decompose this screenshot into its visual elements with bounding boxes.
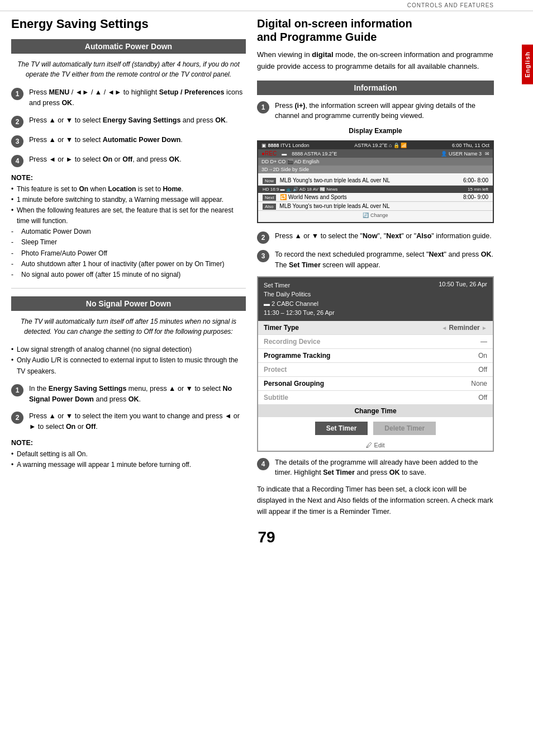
also-label: Also [263,204,276,210]
recording-device-row: Recording Device — [258,335,493,349]
no-signal-section: No Signal Power Down The TV will automat… [11,296,246,470]
step-text-3: To record the next scheduled programme, … [275,249,494,271]
timer-type-label: Timer Type [264,324,299,332]
note-item: No signal auto power off (after 15 minut… [11,270,246,280]
auto-power-down-note: The TV will automatically turn itself of… [11,59,246,79]
information-section: Information 1 Press (i+), the informatio… [257,81,494,518]
tv-bar4: 3D→2D Side by Side [258,166,493,173]
step-item: 2 Press ▲ or ▼ to select Energy Saving S… [11,115,246,128]
step-item: 2 Press ▲ or ▼ to select the "Now", "Nex… [257,231,494,244]
programme-tracking-label: Programme Tracking [264,352,330,360]
timer-type-value: Reminder [449,324,482,332]
step-item: 3 To record the next scheduled programme… [257,249,494,271]
change-icon: 🔄 [363,212,369,218]
subtitle-label: Subtitle [264,394,288,401]
step-number-4: 4 [11,155,23,167]
tv-icons: HD 16:9 ▬ 📺 🔊 AD 18 AV 📰 News [263,187,337,192]
step-number-1: 1 [11,384,23,396]
channel-block: ▬ [280,151,288,157]
right-column: Digital on-screen informationand Program… [257,17,522,517]
programme-time: 11:30 – 12:30 Tue, 26 Apr [264,308,335,318]
note-item: Photo Frame/Auto Power Off [11,248,246,259]
note-item: This feature is set to On when Location … [11,184,246,195]
step-number-4: 4 [257,458,269,470]
tv-bar4-text: 3D→2D Side by Side [261,167,309,172]
change-time-bar: Change Time [258,405,493,417]
set-timer-title: Set Timer [264,281,335,290]
tv-next-row: Next 🔁 World News and Sports 8:00- 9:00 [258,193,493,202]
step-number-2: 2 [11,116,23,128]
step-text-1: Press MENU / ◄► / ▲ / ◄► to highlight Se… [29,87,246,108]
programme-title: The Daily Politics [264,290,335,299]
set-timer-header-left: Set Timer The Daily Politics ▬ 2 CABC Ch… [264,281,335,318]
auto-power-down-section: Automatic Power Down The TV will automat… [11,39,246,280]
tv-change-row: 🔄 Change [258,211,493,220]
step-item: 4 The details of the programme will alre… [257,457,494,479]
top-bar-text: CONTROLS AND FEATURES [407,2,494,8]
channel-name: ▬ 2 CABC Channel [264,299,335,309]
tv-bar2: ●REC ▬ 8888 ASTRA 19.2°E 👤 USER Name 3 ✉ [258,149,493,158]
step-text-2: Press ▲ or ▼ to select Energy Saving Set… [29,115,246,126]
subtitle-row: Subtitle Off [258,391,493,405]
note-item: 1 minute before switching to standby, a … [11,195,246,205]
personal-grouping-label: Personal Grouping [264,380,324,388]
tv-next-time: 8:00- 9:00 [463,194,488,200]
step-item: 3 Press ▲ or ▼ to select Automatic Power… [11,135,246,148]
auto-power-down-steps: 1 Press MENU / ◄► / ▲ / ◄► to highlight … [11,87,246,167]
note-item: Low signal strength of analog channel (n… [11,344,246,355]
step-item: 1 Press (i+), the information screen wil… [257,101,494,122]
display-example: ▣ 8888 ITV1 London ASTRA 19.2°E ⌂ 🔒 📶 6:… [257,140,494,223]
note-item: A warning message will appear 1 minute b… [11,460,246,470]
page-number: 79 [0,523,533,555]
top-bar: CONTROLS AND FEATURES [0,0,533,11]
step-item: 2 Press ▲ or ▼ to select the item you wa… [11,411,246,432]
delete-timer-button[interactable]: Delete Timer [373,422,436,435]
time-left: 15 min left [468,187,488,192]
step-number-1: 1 [257,101,269,114]
edit-label: Edit [374,442,385,448]
programme-tracking-row: Programme Tracking On [258,349,493,363]
edit-icon: 🖊 [366,442,372,448]
subtitle-value: Off [478,394,487,401]
step-number-3: 3 [11,135,23,148]
step-item: 1 In the Energy Saving Settings menu, pr… [11,384,246,405]
right-section-title: Digital on-screen informationand Program… [257,17,494,44]
auto-power-down-notes: NOTE: This feature is set to On when Loc… [11,174,246,281]
protect-value: Off [478,366,487,374]
step-number-1: 1 [11,88,23,100]
protect-row: Protect Off [258,363,493,377]
step-text-1: Press (i+), the information screen will … [275,101,494,122]
no-signal-notes: NOTE: Default setting is all On. A warni… [11,439,246,470]
step-text-2: Press ▲ or ▼ to select the "Now", "Next"… [275,231,494,242]
recording-device-label: Recording Device [264,338,320,346]
now-label: Now [263,178,276,184]
timer-type-arrows: ◄ Reminder ► [441,324,487,332]
mail-icon: ✉ [485,151,489,157]
set-timer-current-time: 10:50 Tue, 26 Apr [439,281,487,287]
set-timer-button[interactable]: Set Timer [315,422,368,435]
next-label: Next [263,195,276,201]
channel-name: 8888 ASTRA 19.2°E [292,151,337,157]
tv-satellite-info: ASTRA 19.2°E ⌂ 🔒 📶 [354,143,407,148]
tv-now-time: 6:00- 8:00 [463,177,488,183]
no-signal-bullets: Low signal strength of analog channel (n… [11,344,246,377]
step-number-2: 2 [11,412,23,424]
step-text-1: In the Energy Saving Settings menu, pres… [29,384,246,405]
tv-time: 6:00 Thu, 11 Oct [452,143,489,148]
recording-device-value: — [480,338,487,346]
step4-extra: To indicate that a Recording Timer has b… [257,484,494,517]
left-column: Energy Saving Settings Automatic Power D… [11,17,246,517]
section-divider [11,288,246,289]
step-text-3: Press ▲ or ▼ to select Automatic Power D… [29,135,246,145]
english-tab: English [522,45,533,84]
step-text-4: Press ◄ or ► to select On or Off, and pr… [29,154,246,165]
tv-body: Now MLB Young's two-run triple leads AL … [258,173,493,222]
tv-now-row: Now MLB Young's two-run triple leads AL … [258,176,493,186]
programme-tracking-value: On [478,352,487,360]
step-text-4: The details of the programme will alread… [275,457,494,479]
step-item: 1 Press MENU / ◄► / ▲ / ◄► to highlight … [11,87,246,108]
rec-dot: ●REC [261,150,277,157]
tv-next-content: Next 🔁 World News and Sports [263,194,347,200]
step-text-2: Press ▲ or ▼ to select the item you want… [29,411,246,432]
change-time-label: Change Time [354,407,396,415]
